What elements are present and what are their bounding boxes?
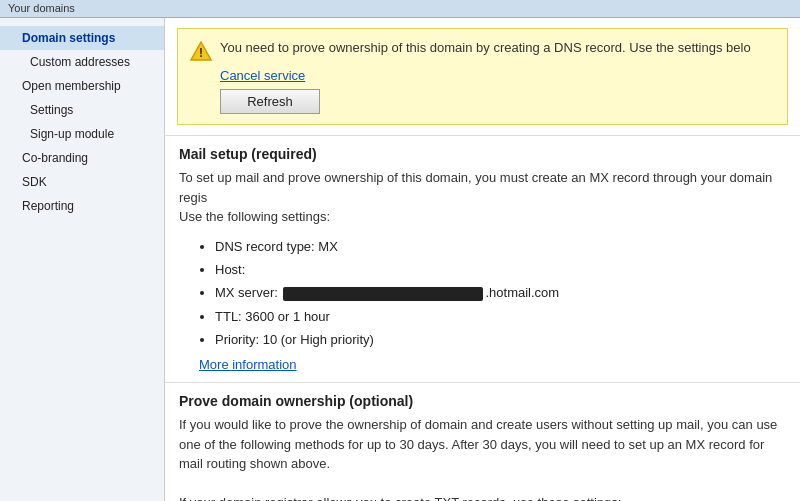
refresh-button[interactable]: Refresh — [220, 89, 320, 114]
sidebar-item-reporting[interactable]: Reporting — [0, 194, 164, 218]
mail-setup-desc: To set up mail and prove ownership of th… — [179, 168, 786, 227]
sidebar: Domain settings Custom addresses Open me… — [0, 18, 165, 501]
warning-banner: ! You need to prove ownership of this do… — [177, 28, 788, 125]
top-bar: Your domains — [0, 0, 800, 18]
cancel-service-link[interactable]: Cancel service — [220, 68, 775, 83]
main-content: ! You need to prove ownership of this do… — [165, 18, 800, 501]
mx-server-redacted — [283, 287, 483, 301]
sidebar-item-domain-settings[interactable]: Domain settings — [0, 26, 164, 50]
list-item: DNS record type: MX — [215, 235, 786, 258]
top-bar-label: Your domains — [8, 2, 75, 14]
mail-settings-box: DNS record type: MX Host: MX server: .ho… — [195, 235, 786, 373]
svg-text:!: ! — [199, 46, 203, 60]
sidebar-item-sdk[interactable]: SDK — [0, 170, 164, 194]
mail-setup-title: Mail setup (required) — [179, 146, 786, 162]
list-item: Priority: 10 (or High priority) — [215, 328, 786, 351]
list-item: Host: — [215, 258, 786, 281]
more-info-link[interactable]: More information — [199, 357, 297, 372]
sidebar-item-signup-module[interactable]: Sign-up module — [0, 122, 164, 146]
sidebar-item-open-membership[interactable]: Open membership — [0, 74, 164, 98]
sidebar-item-custom-addresses[interactable]: Custom addresses — [0, 50, 164, 74]
sidebar-item-co-branding[interactable]: Co-branding — [0, 146, 164, 170]
warning-text: You need to prove ownership of this doma… — [220, 39, 751, 57]
main-layout: Domain settings Custom addresses Open me… — [0, 18, 800, 501]
prove-ownership-title: Prove domain ownership (optional) — [179, 393, 786, 409]
warning-icon: ! — [190, 40, 212, 62]
prove-ownership-desc: If you would like to prove the ownership… — [179, 415, 786, 501]
sidebar-item-settings[interactable]: Settings — [0, 98, 164, 122]
list-item: TTL: 3600 or 1 hour — [215, 305, 786, 328]
prove-ownership-section: Prove domain ownership (optional) If you… — [165, 382, 800, 501]
mail-settings-list: DNS record type: MX Host: MX server: .ho… — [195, 235, 786, 352]
list-item-mx-server: MX server: .hotmail.com — [215, 281, 786, 304]
warning-top-row: ! You need to prove ownership of this do… — [190, 39, 775, 62]
mail-setup-section: Mail setup (required) To set up mail and… — [165, 135, 800, 382]
